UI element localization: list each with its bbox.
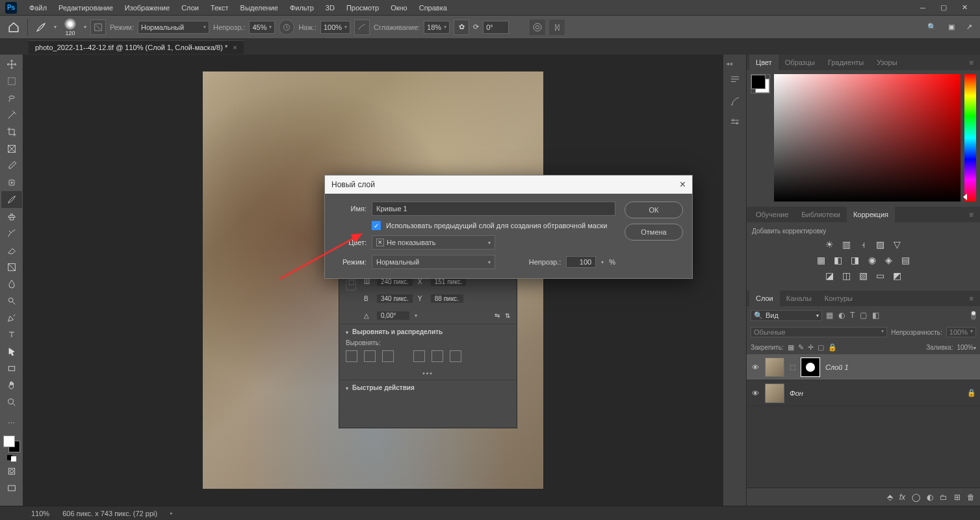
status-menu-arrow[interactable]: ▸ — [170, 510, 173, 516]
align-hcenter-icon[interactable] — [364, 350, 376, 362]
smoothing-options-button[interactable]: ✿ — [454, 20, 469, 35]
brightness-contrast-icon[interactable]: ☀ — [824, 239, 836, 250]
dialog-opacity-input[interactable]: 100 — [566, 256, 596, 268]
new-group-icon[interactable]: 🗀 — [940, 493, 948, 502]
menu-type[interactable]: Текст — [205, 0, 235, 16]
dialog-cancel-button[interactable]: Отмена — [625, 224, 683, 240]
vibrance-icon[interactable]: ▽ — [892, 239, 903, 250]
layer-blend-mode-select[interactable]: Обычные▾ — [751, 327, 887, 337]
link-layers-icon[interactable]: ⬘ — [887, 493, 893, 502]
layer-item[interactable]: 👁 Фон 🔒 — [747, 380, 980, 406]
curves-icon[interactable]: ⫞ — [858, 239, 870, 250]
opacity-input[interactable]: 45%▾ — [249, 21, 275, 34]
dialog-titlebar[interactable]: Новый слой × — [325, 176, 692, 194]
layer-name[interactable]: Фон — [790, 389, 803, 397]
quick-mask-toggle[interactable] — [1, 463, 22, 480]
align-bottom-icon[interactable] — [450, 350, 461, 362]
tab-color[interactable]: Цвет — [749, 55, 779, 70]
tab-gradients[interactable]: Градиенты — [821, 55, 870, 70]
frame-tool[interactable] — [1, 140, 22, 157]
blur-tool[interactable] — [1, 276, 22, 292]
color-swatches[interactable] — [751, 74, 770, 94]
rectangle-tool[interactable] — [1, 360, 22, 377]
zoom-level[interactable]: 110% — [31, 510, 49, 517]
menu-view[interactable]: Просмотр — [341, 0, 385, 16]
magic-wand-tool[interactable] — [1, 107, 22, 124]
document-tab[interactable]: photo_2022-11--42-12.tif @ 110% (Слой 1,… — [29, 40, 244, 54]
brush-tool[interactable] — [1, 191, 22, 208]
filter-adjustment-icon[interactable]: ◐ — [838, 311, 845, 320]
dialog-ok-button[interactable]: ОК — [625, 202, 683, 218]
properties-more-button[interactable]: ••• — [339, 367, 517, 380]
layers-panel-menu[interactable]: ≡ — [966, 294, 977, 302]
hue-slider[interactable] — [964, 74, 976, 202]
layer-item[interactable]: 👁 ⬚ Слой 1 — [747, 354, 980, 380]
brush-preset-picker[interactable]: 120 — [60, 18, 80, 36]
zoom-tool[interactable] — [1, 394, 22, 411]
smoothing-input[interactable]: 18%▾ — [424, 21, 450, 34]
symmetry-toggle[interactable]: ᛞ — [549, 20, 565, 35]
quick-actions-header[interactable]: ▸Быстрые действия — [339, 380, 517, 395]
tab-layers[interactable]: Слои — [749, 291, 780, 306]
gradient-map-icon[interactable]: ▭ — [875, 270, 886, 281]
lock-position-icon[interactable]: ✛ — [808, 343, 814, 352]
move-tool[interactable] — [1, 56, 22, 73]
crop-tool[interactable] — [1, 124, 22, 140]
new-adjustment-icon[interactable]: ◐ — [927, 493, 933, 502]
tab-patterns[interactable]: Узоры — [870, 55, 903, 70]
history-panel-icon[interactable] — [728, 73, 742, 88]
threshold-icon[interactable]: ▧ — [858, 270, 870, 281]
layer-thumbnail[interactable] — [765, 358, 784, 377]
hand-tool[interactable] — [1, 377, 22, 394]
layer-filter-select[interactable]: 🔍 Вид▾ — [751, 310, 822, 321]
close-tab-button[interactable]: × — [233, 44, 237, 51]
hue-saturation-icon[interactable]: ▦ — [816, 254, 827, 266]
eyedropper-tool[interactable] — [1, 157, 22, 174]
window-minimize-button[interactable]: ─ — [912, 1, 933, 14]
levels-icon[interactable]: ▥ — [841, 239, 853, 250]
channel-mixer-icon[interactable]: ◈ — [883, 254, 895, 266]
filter-shape-icon[interactable]: ▢ — [860, 311, 867, 320]
menu-filter[interactable]: Фильтр — [284, 0, 320, 16]
align-top-icon[interactable] — [413, 350, 425, 362]
home-button[interactable] — [4, 18, 23, 36]
exposure-icon[interactable]: ▨ — [875, 239, 886, 250]
airbrush-toggle[interactable] — [354, 20, 370, 35]
filter-smart-icon[interactable]: ◧ — [872, 311, 879, 320]
foreground-background-colors[interactable] — [3, 436, 20, 452]
layer-visibility-toggle[interactable]: 👁 — [751, 363, 760, 371]
add-mask-icon[interactable]: ◯ — [912, 493, 920, 502]
layer-mask-link-icon[interactable]: ⬚ — [790, 363, 795, 370]
color-balance-icon[interactable]: ◧ — [832, 254, 844, 266]
dialog-name-input[interactable]: Кривые 1 — [372, 202, 615, 216]
tab-adjustments[interactable]: Коррекция — [847, 207, 895, 222]
tab-paths[interactable]: Контуры — [818, 291, 859, 306]
window-close-button[interactable]: ✕ — [954, 1, 975, 14]
lock-transparent-icon[interactable]: ▦ — [788, 343, 794, 352]
menu-3d[interactable]: 3D — [320, 0, 341, 16]
edit-toolbar-button[interactable]: ⋯ — [1, 415, 22, 432]
menu-window[interactable]: Окно — [385, 0, 413, 16]
height-value[interactable]: 340 пикс. — [377, 294, 413, 303]
invert-icon[interactable]: ◪ — [824, 270, 836, 281]
align-right-icon[interactable] — [382, 350, 394, 362]
y-value[interactable]: 88 пикс. — [431, 294, 463, 303]
search-icon[interactable]: 🔍 — [923, 23, 940, 31]
lock-image-icon[interactable]: ✎ — [798, 343, 804, 352]
color-lookup-icon[interactable]: ▤ — [900, 254, 912, 266]
menu-layers[interactable]: Слои — [175, 0, 205, 16]
new-layer-icon[interactable]: ⊞ — [954, 493, 961, 502]
screen-mode-button[interactable] — [1, 480, 22, 497]
lock-all-icon[interactable]: 🔒 — [828, 343, 837, 352]
brush-panel-toggle[interactable] — [90, 20, 106, 35]
angle-value[interactable]: 0,00° — [377, 311, 409, 320]
default-colors-button[interactable] — [7, 455, 16, 462]
dialog-mode-select[interactable]: Нормальный▾ — [372, 255, 495, 269]
layer-style-icon[interactable]: fx — [899, 493, 905, 502]
share-button[interactable]: ↗ — [962, 23, 976, 31]
angle-input[interactable]: 0° — [483, 21, 509, 34]
tab-libraries[interactable]: Библиотеки — [795, 207, 847, 222]
filter-type-icon[interactable]: T — [850, 311, 855, 320]
type-tool[interactable] — [1, 326, 22, 343]
pen-tool[interactable] — [1, 309, 22, 326]
